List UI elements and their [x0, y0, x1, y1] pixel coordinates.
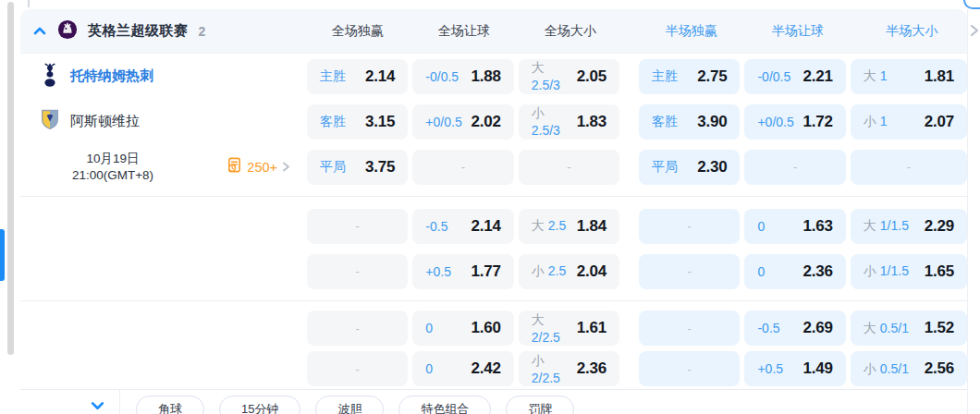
column-header-4: 半场独赢: [641, 23, 742, 40]
odds-row: 10月19日21:00(GMT+8)250+平局3.75--平局2.30--: [20, 144, 967, 189]
odds-cell[interactable]: -0.52.14: [412, 209, 513, 244]
odds-selection-label: 0: [425, 320, 433, 336]
premier-league-logo-icon: [57, 19, 78, 43]
dash: -: [688, 322, 692, 335]
odds-cell[interactable]: 02.42: [412, 351, 513, 386]
odds-cell[interactable]: 客胜3.90: [639, 104, 740, 140]
odds-value: 3.15: [365, 113, 395, 131]
market-tab-2[interactable]: 15分钟: [219, 396, 300, 414]
odds-selection-label: 客胜: [320, 113, 346, 130]
odds-cell[interactable]: 小2.5/31.83: [519, 104, 619, 140]
odds-cell[interactable]: 平局2.30: [639, 150, 740, 185]
odds-value: 2.75: [697, 67, 727, 86]
odds-selection-label: 平局: [320, 158, 346, 176]
dash: -: [907, 160, 911, 174]
match-meta-row: 10月19日21:00(GMT+8)250+: [20, 151, 307, 184]
home-team-name[interactable]: 托特纳姆热刺: [70, 67, 153, 85]
odds-value: 3.75: [365, 158, 395, 177]
tottenham-crest-icon: [41, 62, 59, 91]
column-header-2: 全场让球: [413, 23, 515, 40]
column-header-6: 半场大小: [853, 23, 971, 40]
odds-row: -+0.51.77小2.52.04-02.36小1/1.51.65: [20, 249, 967, 294]
odds-value: 1.49: [803, 359, 833, 378]
dash: -: [461, 160, 465, 174]
odds-value: 1.88: [471, 67, 500, 86]
odds-selection-label: +0/0.5: [757, 114, 793, 130]
chevron-up-icon[interactable]: [32, 24, 47, 39]
odds-cell[interactable]: 平局3.75: [307, 150, 408, 185]
odds-value: 2.04: [577, 262, 606, 281]
extra-markets-link[interactable]: 250+: [227, 157, 290, 177]
column-header-5: 半场让球: [747, 23, 849, 40]
odds-cell[interactable]: 小12.07: [851, 104, 967, 140]
column-header-1: 全场独赢: [307, 23, 409, 40]
league-panel: 英格兰超级联赛 2 全场独赢全场让球全场大小半场独赢半场让球半场大小 托特纳姆热…: [20, 9, 968, 414]
odds-cell[interactable]: +0/0.52.02: [412, 104, 513, 140]
market-tab-1[interactable]: 角球: [136, 396, 204, 414]
odds-row: 阿斯顿维拉客胜3.15+0/0.52.02小2.5/31.83客胜3.90+0/…: [20, 99, 967, 144]
odds-cell-empty: -: [307, 351, 408, 386]
odds-cell[interactable]: -0.52.69: [744, 310, 845, 346]
odds-cell[interactable]: 01.63: [744, 209, 845, 244]
odds-selection-label: 0: [757, 263, 765, 280]
dash: -: [688, 264, 692, 278]
odds-cell[interactable]: 主胜2.75: [639, 59, 740, 94]
odds-cell[interactable]: 小0.5/12.56: [851, 351, 967, 386]
odds-selection-label: 小1: [864, 113, 888, 130]
odds-cell[interactable]: -0/0.52.21: [744, 59, 845, 94]
market-tab-4[interactable]: 特色组合: [398, 396, 491, 414]
odds-value: 2.36: [577, 359, 606, 378]
odds-cell-empty: -: [307, 254, 408, 289]
chevron-down-icon[interactable]: [90, 397, 105, 413]
market-tab-3[interactable]: 波胆: [315, 396, 384, 414]
odds-selection-label: 大2.5: [532, 217, 566, 235]
odds-cell[interactable]: +0.51.49: [744, 351, 845, 386]
odds-cell[interactable]: 大2.5/32.05: [519, 59, 619, 94]
odds-cell[interactable]: 01.60: [412, 310, 513, 346]
odds-cell-empty: -: [639, 209, 740, 244]
odds-cell[interactable]: 客胜3.15: [307, 104, 408, 140]
away-team-row: 阿斯顿维拉: [20, 109, 140, 134]
odds-value: 2.05: [577, 67, 606, 86]
odds-cell[interactable]: 02.36: [744, 254, 845, 289]
odds-cell[interactable]: 小2/2.52.36: [519, 351, 619, 386]
odds-value: 1.52: [925, 319, 954, 337]
odds-cell[interactable]: 大1/1.52.29: [851, 209, 967, 244]
odds-cell-empty: -: [744, 150, 845, 185]
odds-row: -01.60大2/2.51.61--0.52.69大0.5/11.52: [20, 308, 967, 348]
group-separator: [20, 196, 967, 197]
market-tab-5[interactable]: 罚牌: [506, 396, 574, 414]
odds-cell[interactable]: -0/0.51.88: [412, 59, 513, 94]
odds-selection-label: 小2.5: [532, 262, 566, 280]
odds-cell[interactable]: 大11.81: [851, 59, 967, 94]
odds-cell[interactable]: 大2.51.84: [519, 209, 619, 244]
dash: -: [567, 160, 570, 174]
odds-value: 1.81: [925, 67, 954, 86]
odds-selection-label: 大2/2.5: [532, 311, 577, 346]
column-headers: 全场独赢全场让球全场大小半场独赢半场让球半场大小: [307, 23, 971, 40]
odds-value: 2.56: [925, 359, 954, 378]
odds-cell-empty: -: [412, 150, 513, 185]
odds-cell[interactable]: +0.51.77: [412, 254, 513, 289]
selected-chip-edge: [963, 0, 980, 9]
odds-selection-label: 客胜: [652, 113, 678, 130]
odds-cell[interactable]: 主胜2.14: [307, 59, 408, 94]
away-team-name[interactable]: 阿斯顿维拉: [70, 113, 140, 130]
chevron-right-icon[interactable]: [969, 24, 980, 41]
odds-cell[interactable]: 大0.5/11.52: [851, 310, 967, 346]
odds-value: 1.77: [471, 262, 500, 281]
odds-selection-label: 主胜: [320, 67, 346, 85]
odds-value: 2.14: [365, 67, 395, 86]
odds-cell[interactable]: 小2.52.04: [519, 254, 619, 289]
scrollbar-thumb[interactable]: [7, 2, 14, 355]
odds-value: 1.65: [925, 262, 954, 281]
odds-cell-empty: -: [307, 209, 408, 244]
odds-cell[interactable]: +0/0.51.72: [744, 104, 845, 140]
odds-cell[interactable]: 大2/2.51.61: [519, 310, 619, 346]
row-left-area: 托特纳姆热刺: [20, 62, 307, 91]
odds-selection-label: 大2.5/3: [532, 59, 577, 93]
column-header-3: 全场大小: [520, 23, 621, 40]
odds-cell[interactable]: 小1/1.51.65: [851, 254, 967, 289]
more-markets-bar: 角球15分钟波胆特色组合罚牌: [20, 389, 967, 414]
page: 英格兰超级联赛 2 全场独赢全场让球全场大小半场独赢半场让球半场大小 托特纳姆热…: [0, 0, 980, 414]
